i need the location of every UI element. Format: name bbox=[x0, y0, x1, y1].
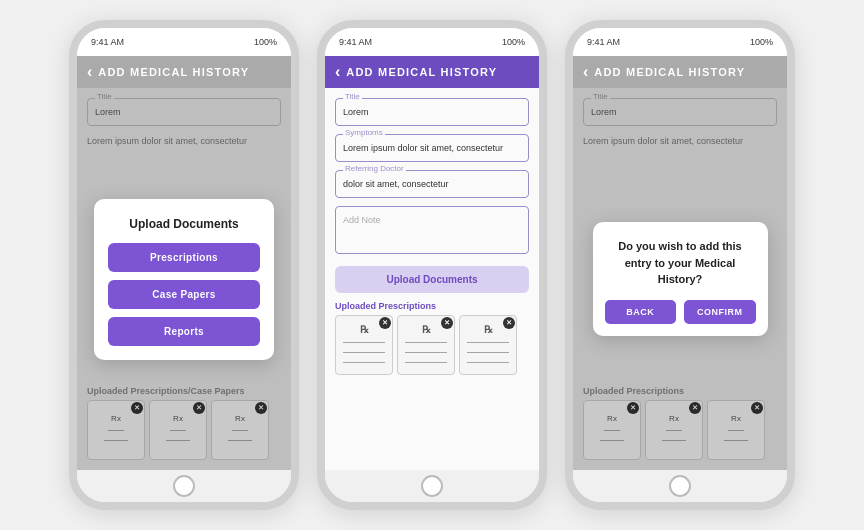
confirm-dialog: Do you wish to add this entry to your Me… bbox=[593, 222, 768, 336]
title-label-2: Title bbox=[343, 92, 362, 101]
thumb-4: ✕ ℞ —————— —————— —————— bbox=[335, 315, 393, 375]
back-icon-2[interactable]: ‹ bbox=[335, 64, 340, 80]
phone-1: 9:41 AM 100% ‹ ADD MEDICAL HISTORY Title… bbox=[69, 20, 299, 510]
signal-icon: 9:41 AM bbox=[91, 37, 124, 47]
header-title-1: ADD MEDICAL HISTORY bbox=[98, 66, 249, 78]
symptoms-field-2: Symptoms Lorem ipsum dolor sit amet, con… bbox=[335, 134, 529, 162]
rx-content-4: ℞ —————— —————— —————— bbox=[341, 321, 387, 368]
upload-modal: Upload Documents Prescriptions Case Pape… bbox=[94, 199, 274, 360]
phone-body-1: Title Lorem Lorem ipsum dolor sit amet, … bbox=[77, 88, 291, 470]
thumb-6: ✕ ℞ —————— —————— —————— bbox=[459, 315, 517, 375]
confirm-text: Do you wish to add this entry to your Me… bbox=[605, 238, 756, 288]
note-input-2[interactable]: Add Note bbox=[335, 206, 529, 254]
remove-thumb-6[interactable]: ✕ bbox=[503, 317, 515, 329]
modal-title: Upload Documents bbox=[108, 217, 260, 231]
title-input-2[interactable]: Lorem bbox=[335, 98, 529, 126]
back-button[interactable]: BACK bbox=[605, 300, 677, 324]
status-bar-1: 9:41 AM 100% bbox=[77, 28, 291, 56]
thumbnails-2: ✕ ℞ —————— —————— —————— ✕ ℞ —————— ————… bbox=[335, 315, 529, 375]
confirm-buttons: BACK CONFIRM bbox=[605, 300, 756, 324]
phone-body-3: Title Lorem Lorem ipsum dolor sit amet, … bbox=[573, 88, 787, 470]
signal-text-2: 9:41 AM bbox=[339, 37, 372, 47]
header-title-2: ADD MEDICAL HISTORY bbox=[346, 66, 497, 78]
home-button-1[interactable] bbox=[173, 475, 195, 497]
referring-field-2: Referring Doctor dolor sit amet, consect… bbox=[335, 170, 529, 198]
app-header-1: ‹ ADD MEDICAL HISTORY bbox=[77, 56, 291, 88]
reports-button[interactable]: Reports bbox=[108, 317, 260, 346]
phone-bottom-2 bbox=[325, 470, 539, 502]
confirm-button[interactable]: CONFIRM bbox=[684, 300, 756, 324]
status-bar-3: 9:41 AM 100% bbox=[573, 28, 787, 56]
battery-icon: 100% bbox=[254, 37, 277, 47]
home-button-3[interactable] bbox=[669, 475, 691, 497]
modal-overlay-1: Upload Documents Prescriptions Case Pape… bbox=[77, 88, 291, 470]
battery-text-2: 100% bbox=[502, 37, 525, 47]
phone-body-2: Title Lorem Symptoms Lorem ipsum dolor s… bbox=[325, 88, 539, 470]
remove-thumb-4[interactable]: ✕ bbox=[379, 317, 391, 329]
phone-2: 9:41 AM 100% ‹ ADD MEDICAL HISTORY Title… bbox=[317, 20, 547, 510]
prescriptions-button[interactable]: Prescriptions bbox=[108, 243, 260, 272]
battery-text-3: 100% bbox=[750, 37, 773, 47]
status-bar-2: 9:41 AM 100% bbox=[325, 28, 539, 56]
phone-bottom-3 bbox=[573, 470, 787, 502]
rx-content-5: ℞ —————— —————— —————— bbox=[403, 321, 449, 368]
symptoms-label-2: Symptoms bbox=[343, 128, 385, 137]
upload-documents-button-2[interactable]: Upload Documents bbox=[335, 266, 529, 293]
header-title-3: ADD MEDICAL HISTORY bbox=[594, 66, 745, 78]
referring-label-2: Referring Doctor bbox=[343, 164, 406, 173]
app-header-2: ‹ ADD MEDICAL HISTORY bbox=[325, 56, 539, 88]
back-icon-1[interactable]: ‹ bbox=[87, 64, 92, 80]
rx-content-6: ℞ —————— —————— —————— bbox=[465, 321, 511, 368]
thumb-5: ✕ ℞ —————— —————— —————— bbox=[397, 315, 455, 375]
note-field-2: Add Note bbox=[335, 206, 529, 254]
symptoms-input-2[interactable]: Lorem ipsum dolor sit amet, consectetur bbox=[335, 134, 529, 162]
home-button-2[interactable] bbox=[421, 475, 443, 497]
referring-input-2[interactable]: dolor sit amet, consectetur bbox=[335, 170, 529, 198]
phone-bottom-1 bbox=[77, 470, 291, 502]
title-field-2: Title Lorem bbox=[335, 98, 529, 126]
signal-text-3: 9:41 AM bbox=[587, 37, 620, 47]
remove-thumb-5[interactable]: ✕ bbox=[441, 317, 453, 329]
confirm-overlay: Do you wish to add this entry to your Me… bbox=[573, 88, 787, 470]
back-icon-3[interactable]: ‹ bbox=[583, 64, 588, 80]
case-papers-button[interactable]: Case Papers bbox=[108, 280, 260, 309]
app-header-3: ‹ ADD MEDICAL HISTORY bbox=[573, 56, 787, 88]
phone-3: 9:41 AM 100% ‹ ADD MEDICAL HISTORY Title… bbox=[565, 20, 795, 510]
uploaded-label-2: Uploaded Prescriptions bbox=[335, 301, 529, 311]
